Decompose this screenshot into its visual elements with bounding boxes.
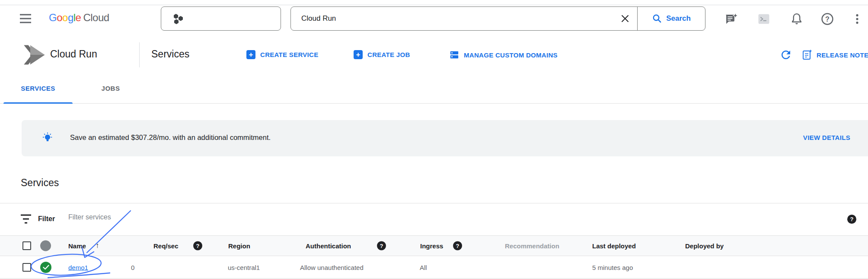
google-cloud-logo[interactable]: GoogleCloud xyxy=(49,12,109,24)
manage-custom-domains-label: MANAGE CUSTOM DOMAINS xyxy=(464,51,558,59)
cloud-console-screen: GoogleCloud Search xyxy=(0,0,868,279)
refresh-icon xyxy=(779,48,792,61)
cell-last-deployed: 5 minutes ago xyxy=(592,264,633,271)
help-button[interactable]: ? xyxy=(820,12,835,26)
row-checkbox[interactable] xyxy=(22,263,31,272)
select-all-checkbox[interactable] xyxy=(22,241,31,250)
cell-ingress: All xyxy=(420,264,427,271)
page-subtitle: Services xyxy=(151,48,189,60)
main-menu-button[interactable] xyxy=(19,13,32,25)
filter-services-input[interactable] xyxy=(68,213,328,221)
column-header-name[interactable]: Name xyxy=(68,242,86,250)
hamburger-icon xyxy=(19,13,32,25)
help-icon: ? xyxy=(820,12,834,26)
logo-letter: o xyxy=(62,12,68,23)
window-top-border xyxy=(0,5,868,5)
create-job-button[interactable]: + CREATE JOB xyxy=(354,50,410,59)
refresh-button[interactable] xyxy=(779,48,793,62)
tab-bar: SERVICES JOBS xyxy=(0,73,868,104)
kebab-menu-icon xyxy=(852,13,863,25)
page-title: Cloud Run xyxy=(50,48,97,60)
terminal-icon xyxy=(757,13,771,25)
plus-icon: + xyxy=(354,50,363,59)
logo-letter: G xyxy=(49,12,57,23)
tab-jobs[interactable]: JOBS xyxy=(80,73,141,104)
banner-message: Save an estimated $307.28/mo. with an ad… xyxy=(70,133,271,142)
table-help-icon[interactable]: ? xyxy=(847,215,856,224)
table-header-row: Name ↑ Req/sec ? Region Authentication ?… xyxy=(0,235,868,256)
project-hexagons-icon xyxy=(172,13,185,25)
create-job-label: CREATE JOB xyxy=(367,51,410,58)
tab-services[interactable]: SERVICES xyxy=(0,73,76,104)
column-header-authentication: Authentication xyxy=(306,242,351,250)
close-icon xyxy=(621,14,629,23)
column-header-deployed-by: Deployed by xyxy=(685,242,724,250)
active-tab-underline xyxy=(3,102,73,104)
logo-cloud-text: Cloud xyxy=(83,12,109,23)
whats-new-button[interactable] xyxy=(724,12,739,26)
filter-list-icon xyxy=(20,213,32,225)
column-header-req-sec: Req/sec xyxy=(153,242,179,250)
column-header-recommendation: Recommendation xyxy=(505,242,559,250)
req-sec-help-icon[interactable]: ? xyxy=(193,241,202,250)
service-name-link[interactable]: demo1 xyxy=(68,264,88,271)
cell-authentication: Allow unauthenticated xyxy=(300,264,364,271)
dns-icon xyxy=(450,50,459,60)
lightbulb-icon xyxy=(41,132,54,144)
svg-text:?: ? xyxy=(825,16,830,23)
search-button[interactable]: Search xyxy=(638,6,705,31)
table-row: demo1 0 us-central1 Allow unauthenticate… xyxy=(0,257,868,279)
filter-label: Filter xyxy=(38,215,55,223)
project-selector[interactable] xyxy=(161,6,281,31)
header-divider xyxy=(139,42,140,67)
column-header-last-deployed: Last deployed xyxy=(592,242,636,250)
view-details-link[interactable]: VIEW DETAILS xyxy=(803,134,850,141)
logo-letter: o xyxy=(57,12,62,23)
release-notes-button[interactable]: RELEASE NOTES xyxy=(802,49,868,60)
whats-new-icon xyxy=(724,13,738,25)
search-clear-button[interactable] xyxy=(613,6,637,31)
authentication-help-icon[interactable]: ? xyxy=(377,241,386,250)
bell-icon xyxy=(790,13,803,25)
tab-services-label: SERVICES xyxy=(21,85,55,92)
plus-icon: + xyxy=(246,50,255,59)
status-ok-icon xyxy=(40,262,51,273)
toolbar-top-divider xyxy=(0,203,868,203)
search-input[interactable] xyxy=(291,14,613,23)
cell-region: us-central1 xyxy=(228,264,260,271)
savings-banner: Save an estimated $307.28/mo. with an ad… xyxy=(22,120,868,156)
tab-jobs-label: JOBS xyxy=(102,85,120,92)
create-service-label: CREATE SERVICE xyxy=(260,51,319,58)
create-service-button[interactable]: + CREATE SERVICE xyxy=(246,50,319,59)
cloud-shell-button[interactable] xyxy=(756,12,771,26)
sort-ascending-icon[interactable]: ↑ xyxy=(96,241,99,250)
cloud-run-logo-icon xyxy=(23,43,46,67)
search-icon xyxy=(652,13,662,24)
search-bar: Search xyxy=(290,6,705,31)
cell-req-sec: 0 xyxy=(131,264,134,271)
ingress-help-icon[interactable]: ? xyxy=(453,241,462,250)
manage-custom-domains-button[interactable]: MANAGE CUSTOM DOMAINS xyxy=(450,50,558,60)
status-column-icon xyxy=(40,241,51,251)
search-button-label: Search xyxy=(666,14,691,23)
release-notes-icon xyxy=(802,49,812,60)
column-header-ingress: Ingress xyxy=(420,242,443,250)
logo-letter: g xyxy=(68,12,73,23)
release-notes-label: RELEASE NOTES xyxy=(817,51,868,59)
section-title: Services xyxy=(21,177,59,189)
logo-letter: e xyxy=(76,12,81,23)
more-options-button[interactable] xyxy=(850,12,865,26)
column-header-region: Region xyxy=(228,242,250,250)
notifications-button[interactable] xyxy=(789,12,804,26)
